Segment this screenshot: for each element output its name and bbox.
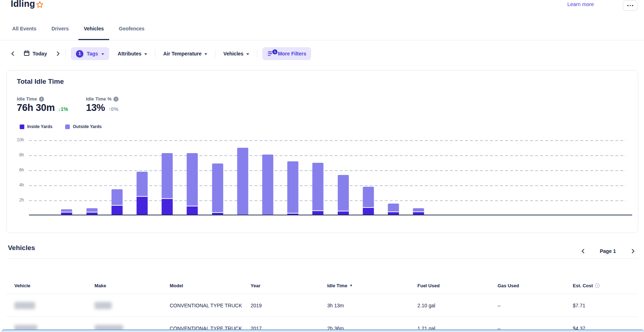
column-header-gas-used[interactable]: Gas Used <box>490 283 565 288</box>
metric-idle-time-pct: Idle Time % i 13% ↑0% <box>86 96 118 113</box>
table-cell: 2.10 gal <box>410 303 490 308</box>
idle-time-pct-delta: ↑0% <box>108 106 118 112</box>
favorite-star-icon[interactable] <box>36 1 44 10</box>
filter-divider <box>155 50 155 58</box>
bar-segment-outside-yards <box>61 209 72 212</box>
info-icon[interactable]: i <box>595 283 600 288</box>
chart-bar <box>61 209 72 215</box>
overflow-menu-button[interactable] <box>623 0 638 11</box>
table-cell <box>87 302 162 309</box>
bar-segment-outside-yards <box>313 163 324 211</box>
tab-drivers[interactable]: Drivers <box>46 24 74 40</box>
gridline <box>29 170 626 171</box>
bar-segment-inside-yards <box>162 199 173 215</box>
summary-metrics: Idle Time i 76h 30m ↓1% Idle Time % i 13… <box>17 96 118 113</box>
bar-segment-inside-yards <box>111 206 122 215</box>
chart-bar <box>136 172 147 215</box>
table-header-row: VehicleMakeModelYearIdle Time▼Fuel UsedG… <box>6 277 638 294</box>
table-row[interactable]: CONVENTIONAL TYPE TRUCK20193h 13m2.10 ga… <box>6 294 638 317</box>
bar-segment-inside-yards <box>388 212 399 215</box>
idle-time-value: 76h 30m <box>17 102 55 113</box>
chart-bar <box>313 163 324 215</box>
gridline <box>29 140 626 141</box>
table-cell: CONVENTIONAL TYPE TRUCK <box>162 303 243 308</box>
bar-segment-inside-yards <box>287 214 299 215</box>
redacted-value <box>95 302 112 309</box>
page-title: Idling <box>11 0 35 9</box>
date-prev-button[interactable] <box>7 47 18 60</box>
chart-bar <box>262 155 273 215</box>
page-indicator: Page 1 <box>588 248 628 254</box>
chart-legend: Inside Yards Outside Yards <box>20 124 102 129</box>
gridline <box>29 155 626 156</box>
air-temperature-filter-button[interactable]: Air Temperature <box>158 47 213 60</box>
chart-bar <box>287 161 299 215</box>
date-next-button[interactable] <box>53 47 63 60</box>
tab-all-events[interactable]: All Events <box>7 24 42 40</box>
idle-time-pct-value: 13% <box>86 102 105 113</box>
vehicles-section-title: Vehicles <box>8 244 35 252</box>
chart-bar <box>363 187 374 215</box>
chart-bar <box>86 208 97 215</box>
bar-segment-inside-yards <box>61 213 72 215</box>
y-axis-label: 6h <box>8 167 24 172</box>
more-filters-button[interactable]: 1 More Filters <box>262 47 311 60</box>
y-axis-label: 8h <box>8 152 24 157</box>
chart-bar <box>388 204 399 215</box>
column-header-est-cost[interactable]: Est. Costi <box>565 283 638 288</box>
bar-segment-inside-yards <box>338 211 349 215</box>
window-bottom-edge <box>1 329 644 332</box>
table-pagination: Page 1 <box>577 245 638 258</box>
column-header-model[interactable]: Model <box>162 283 243 288</box>
bar-segment-outside-yards <box>287 161 299 214</box>
page-prev-button[interactable] <box>577 245 588 258</box>
bar-segment-outside-yards <box>338 175 349 211</box>
bar-segment-inside-yards <box>187 206 198 215</box>
table-cell: $7.71 <box>565 303 638 308</box>
bar-segment-outside-yards <box>86 208 97 213</box>
sort-desc-icon: ▼ <box>349 284 353 287</box>
vehicles-table: VehicleMakeModelYearIdle Time▼Fuel UsedG… <box>6 277 638 332</box>
bar-segment-outside-yards <box>212 163 223 213</box>
column-header-idle-time[interactable]: Idle Time▼ <box>319 283 410 288</box>
y-axis-label: 10h <box>8 137 24 142</box>
redacted-value <box>14 302 35 309</box>
attributes-filter-button[interactable]: Attributes <box>112 47 153 60</box>
bar-segment-outside-yards <box>162 153 173 199</box>
bar-segment-inside-yards <box>212 213 223 215</box>
bar-segment-outside-yards <box>136 172 147 196</box>
info-icon[interactable]: i <box>113 97 118 102</box>
bar-segment-outside-yards <box>413 208 424 212</box>
column-header-make[interactable]: Make <box>87 283 162 288</box>
table-cell: – <box>490 303 565 308</box>
tags-filter-button[interactable]: 1 Tags <box>71 47 109 60</box>
table-cell <box>6 302 87 309</box>
ellipsis-icon <box>627 5 629 6</box>
chevron-down-icon <box>144 53 147 55</box>
chart-bar <box>212 163 223 215</box>
bar-segment-outside-yards <box>187 153 198 206</box>
bar-segment-outside-yards <box>262 155 273 215</box>
info-icon[interactable]: i <box>39 97 44 102</box>
page-next-button[interactable] <box>628 245 638 258</box>
legend-outside-yards: Outside Yards <box>65 124 101 129</box>
gridline <box>29 185 626 186</box>
bar-segment-inside-yards <box>413 212 424 215</box>
vehicles-filter-button[interactable]: Vehicles <box>218 47 255 60</box>
chevron-down-icon <box>246 53 249 55</box>
chart-bar <box>111 189 122 215</box>
column-header-vehicle[interactable]: Vehicle <box>6 283 87 288</box>
date-range-button[interactable]: Today <box>18 47 53 60</box>
section-divider <box>6 258 638 259</box>
calendar-icon <box>24 50 30 57</box>
legend-swatch-icon <box>20 125 24 129</box>
table-cell: 3h 13m <box>319 303 410 308</box>
chevron-down-icon <box>204 53 207 55</box>
column-header-year[interactable]: Year <box>243 283 319 288</box>
tab-geofences[interactable]: Geofences <box>113 24 150 40</box>
column-header-fuel-used[interactable]: Fuel Used <box>410 283 490 288</box>
chart-title: Total Idle Time <box>17 78 64 86</box>
y-axis-label: 4h <box>8 182 24 187</box>
learn-more-link[interactable]: Learn more <box>567 1 594 7</box>
tab-vehicles[interactable]: Vehicles <box>78 24 109 40</box>
